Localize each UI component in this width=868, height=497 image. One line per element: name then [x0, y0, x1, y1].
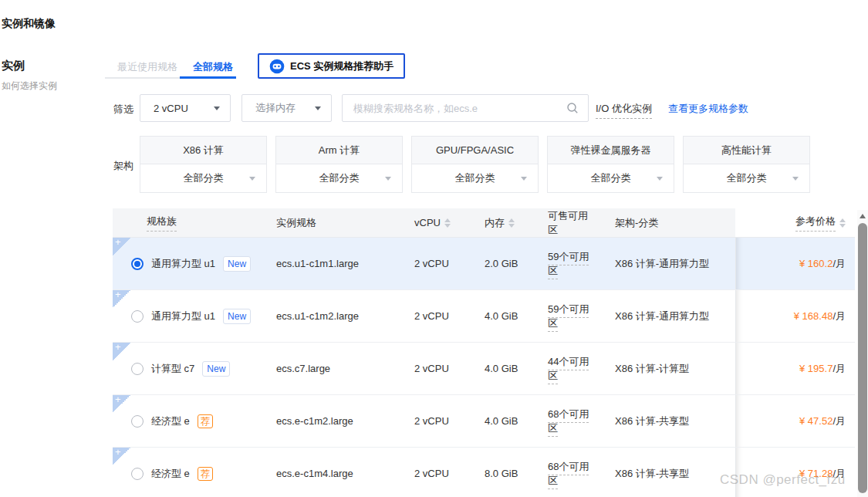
price-amount: ¥ 47.52 — [799, 415, 833, 427]
family-name: 计算型 c7 — [151, 362, 194, 376]
vcpu-value: 2 vCPU — [392, 310, 463, 322]
col-header-family[interactable]: 规格族 — [113, 215, 276, 232]
add-corner-ribbon: + — [113, 290, 130, 308]
col-header-arch: 架构-分类 — [596, 216, 735, 230]
memory-select[interactable]: 选择内存 — [241, 94, 332, 122]
col-header-zones-label: 可售可用区 — [548, 209, 596, 237]
robot-icon — [269, 59, 285, 74]
family-name: 经济型 e — [151, 467, 190, 481]
memory-value: 4.0 GiB — [463, 415, 529, 427]
row-radio[interactable] — [131, 415, 144, 428]
tab-recent-specs[interactable]: 最近使用规格 — [117, 60, 177, 74]
tab-active-indicator — [180, 76, 236, 79]
price-amount: ¥ 160.2 — [799, 258, 833, 269]
arch-category-value: X86 计算-共享型 — [596, 414, 735, 428]
arch-category-select-gpu[interactable]: 全部分类 — [411, 164, 539, 193]
row-radio[interactable] — [131, 258, 144, 270]
scrollbar-thumb[interactable] — [858, 223, 867, 493]
zones-value[interactable]: 59个可用区 — [548, 251, 589, 279]
chevron-down-icon — [521, 177, 527, 181]
chevron-down-icon — [249, 177, 255, 181]
table-row[interactable]: + 经济型 e 荐 ecs.e-c1m2.large 2 vCPU 4.0 Gi… — [113, 395, 855, 448]
arch-category-select-hpc[interactable]: 全部分类 — [683, 164, 810, 193]
col-header-price[interactable]: 参考价格 — [745, 208, 855, 237]
row-radio[interactable] — [131, 468, 144, 480]
col-header-memory[interactable]: 内存 — [463, 216, 529, 230]
table-row[interactable]: + 通用算力型 u1 New ecs.u1-c1m1.large 2 vCPU … — [113, 238, 855, 290]
column-divider — [735, 290, 745, 342]
search-icon[interactable] — [566, 102, 579, 114]
price-cell: ¥ 195.7/月 — [745, 362, 855, 376]
sort-icon[interactable] — [444, 218, 451, 228]
tab-all-specs[interactable]: 全部规格 — [193, 60, 233, 74]
column-divider — [735, 343, 745, 394]
section-title-instance: 实例 — [2, 59, 25, 73]
chevron-down-icon — [214, 106, 220, 110]
recommend-badge: 荐 — [198, 414, 213, 428]
arch-category-value: 全部分类 — [727, 171, 767, 185]
table-row[interactable]: + 计算型 c7 New ecs.c7.large 2 vCPU 4.0 GiB… — [113, 343, 855, 395]
zones-value[interactable]: 59个可用区 — [548, 303, 589, 332]
row-radio[interactable] — [131, 310, 144, 323]
arch-category-select-baremetal[interactable]: 全部分类 — [547, 164, 674, 193]
arch-tab-arm[interactable]: Arm 计算 — [275, 136, 403, 164]
instance-spec: ecs.e-c1m4.large — [276, 468, 392, 479]
chevron-down-icon — [792, 177, 799, 181]
memory-select-placeholder: 选择内存 — [255, 101, 296, 115]
memory-value: 4.0 GiB — [463, 363, 529, 374]
instance-spec: ecs.c7.large — [276, 363, 392, 374]
spec-search-input[interactable] — [353, 103, 566, 114]
price-cell: ¥ 168.48/月 — [745, 309, 855, 323]
vcpu-select[interactable]: 2 vCPU — [140, 94, 231, 122]
sort-icon[interactable] — [508, 218, 515, 228]
memory-value: 8.0 GiB — [463, 468, 529, 479]
architecture-label: 架构 — [113, 159, 133, 173]
column-divider — [735, 208, 745, 237]
zones-value[interactable]: 68个可用区 — [548, 408, 589, 437]
how-to-choose-instance-link[interactable]: 如何选择实例 — [2, 79, 57, 93]
ecs-spec-assistant-button[interactable]: ECS 实例规格推荐助手 — [258, 53, 405, 79]
arch-tab-gpu[interactable]: GPU/FPGA/ASIC — [411, 136, 539, 164]
filter-label: 筛选 — [113, 103, 133, 117]
price-amount: ¥ 195.7 — [799, 363, 833, 374]
sort-icon[interactable] — [839, 218, 846, 228]
table-row[interactable]: + 通用算力型 u1 New ecs.u1-c1m2.large 2 vCPU … — [113, 290, 855, 343]
io-optimized-label[interactable]: I/O 优化实例 — [596, 102, 652, 119]
arch-tab-x86[interactable]: X86 计算 — [140, 136, 267, 164]
chevron-down-icon — [657, 177, 663, 181]
arch-tab-hpc[interactable]: 高性能计算 — [683, 136, 810, 164]
column-divider — [735, 395, 745, 447]
arch-category-value: 全部分类 — [591, 171, 631, 185]
vcpu-value: 2 vCPU — [392, 468, 463, 479]
arch-category-select-arm[interactable]: 全部分类 — [275, 164, 403, 193]
arch-category-value: 全部分类 — [184, 171, 224, 185]
arch-tab-baremetal[interactable]: 弹性裸金属服务器 — [547, 136, 674, 164]
more-spec-params-link[interactable]: 查看更多规格参数 — [668, 102, 748, 116]
arch-category-value: X86 计算-计算型 — [596, 362, 735, 376]
instance-spec: ecs.e-c1m2.large — [276, 415, 392, 427]
family-name: 经济型 e — [151, 414, 190, 428]
new-badge: New — [223, 256, 251, 272]
price-cell: ¥ 47.52/月 — [745, 414, 855, 428]
col-header-spec: 实例规格 — [276, 216, 392, 230]
table-scrollbar[interactable] — [857, 210, 868, 497]
row-radio[interactable] — [131, 363, 144, 375]
price-amount: ¥ 168.48 — [794, 310, 833, 322]
arch-card-x86: X86 计算 全部分类 — [140, 136, 267, 193]
recommend-badge: 荐 — [198, 467, 213, 481]
col-header-spec-label: 实例规格 — [276, 216, 316, 230]
scrollbar-up-arrow-icon[interactable] — [860, 214, 866, 218]
zones-value[interactable]: 44个可用区 — [548, 356, 589, 384]
col-header-family-label: 规格族 — [147, 215, 177, 232]
page-title: 实例和镜像 — [2, 17, 56, 31]
arch-card-hpc: 高性能计算 全部分类 — [683, 136, 810, 193]
arch-category-select-x86[interactable]: 全部分类 — [140, 164, 267, 193]
new-badge: New — [202, 361, 230, 377]
col-header-vcpu-label: vCPU — [414, 217, 441, 228]
arch-category-value: 全部分类 — [455, 171, 495, 185]
price-cell: ¥ 160.2/月 — [745, 257, 855, 271]
instance-spec: ecs.u1-c1m2.large — [276, 310, 392, 322]
col-header-vcpu[interactable]: vCPU — [392, 217, 463, 228]
spec-search-box[interactable] — [342, 94, 589, 122]
zones-value[interactable]: 68个可用区 — [548, 461, 589, 489]
